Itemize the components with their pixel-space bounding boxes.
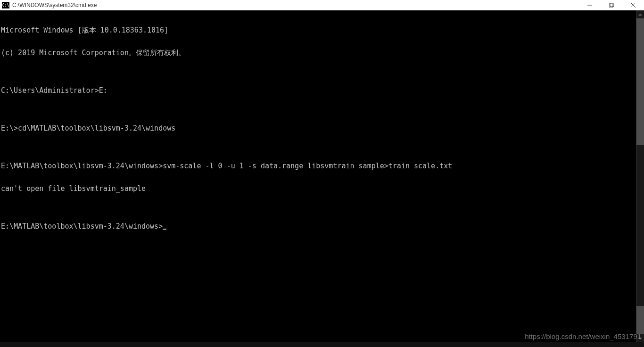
svg-marker-5 — [638, 14, 642, 16]
maximize-button[interactable] — [601, 0, 622, 10]
window-controls — [579, 0, 644, 10]
scrollbar-thumb[interactable] — [636, 306, 644, 334]
cmd-icon: C:\ — [2, 2, 9, 8]
cmd-window: C:\ C:\WINDOWS\system32\cmd.exe Microsof… — [0, 0, 644, 342]
terminal-line: C:\Users\Administrator>E: — [1, 87, 636, 94]
terminal-line: E:\MATLAB\toolbox\libsvm-3.24\windows>sv… — [1, 162, 636, 170]
scrollbar-thumb[interactable] — [636, 18, 644, 145]
prompt-text: E:\MATLAB\toolbox\libsvm-3.24\windows> — [1, 222, 163, 231]
scroll-up-button[interactable] — [636, 10, 644, 18]
watermark: https://blog.csdn.net/weixin_4531791 — [525, 332, 641, 340]
taskbar — [0, 342, 644, 347]
titlebar: C:\ C:\WINDOWS\system32\cmd.exe — [0, 0, 644, 10]
window-title: C:\WINDOWS\system32\cmd.exe — [12, 2, 579, 8]
vertical-scrollbar[interactable] — [636, 10, 644, 342]
svg-rect-1 — [609, 4, 613, 8]
terminal-line: Microsoft Windows [版本 10.0.18363.1016] — [1, 26, 636, 34]
terminal-line: can't open file libsvmtrain_sample — [1, 185, 636, 192]
terminal-line: E:\>cd\MATLAB\toolbox\libsvm-3.24\window… — [1, 124, 636, 132]
cursor — [163, 229, 166, 230]
terminal-output[interactable]: Microsoft Windows [版本 10.0.18363.1016] (… — [0, 10, 636, 342]
close-button[interactable] — [622, 0, 644, 10]
terminal-prompt: E:\MATLAB\toolbox\libsvm-3.24\windows> — [1, 223, 636, 230]
terminal-area: Microsoft Windows [版本 10.0.18363.1016] (… — [0, 10, 644, 342]
close-icon — [631, 3, 636, 8]
maximize-icon — [609, 3, 614, 8]
minimize-button[interactable] — [579, 0, 601, 10]
scrollbar-track[interactable] — [636, 18, 644, 334]
terminal-line: (c) 2019 Microsoft Corporation。保留所有权利。 — [1, 49, 636, 57]
minimize-icon — [587, 3, 592, 8]
svg-rect-2 — [610, 3, 614, 7]
chevron-up-icon — [638, 14, 642, 16]
